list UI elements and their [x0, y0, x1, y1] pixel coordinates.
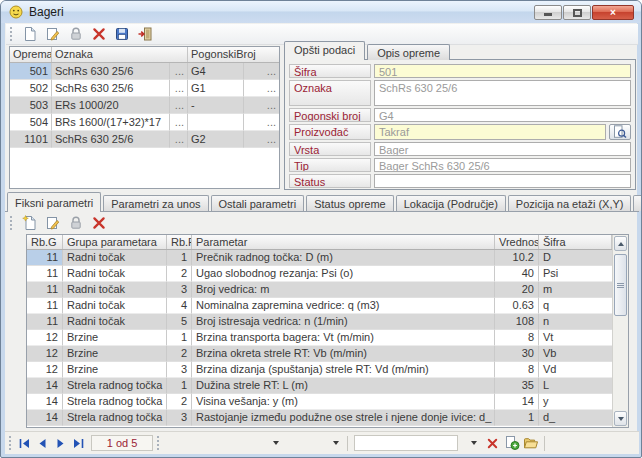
tab-status-opreme[interactable]: Status opreme [306, 195, 394, 211]
parameter-row[interactable]: 11 Radni točak 4 Nominalna zapremina ved… [27, 298, 628, 314]
nav-first-button[interactable] [15, 435, 33, 452]
ellipsis-button[interactable]: ... [244, 63, 279, 80]
equipment-row[interactable]: 501 SchRs 630 25/6 ... G4 ... [10, 63, 279, 80]
parameter-row[interactable]: 12 Brzine 1 Brzina transporta bagera: Vt… [27, 330, 628, 346]
tab-lokacija-podrucje[interactable]: Lokacija (Područje) [396, 195, 506, 211]
vrsta-field[interactable]: Bager [374, 142, 631, 156]
tab-parametri-za-unos[interactable]: Parametri za unos [103, 195, 208, 211]
column-header-oznaka[interactable]: Oznaka [52, 47, 188, 62]
lookup-icon [613, 125, 627, 139]
ellipsis-button[interactable]: ... [170, 97, 188, 114]
parameter-row[interactable]: 14 Strela radnog točka 2 Visina vešanja:… [27, 394, 628, 410]
filter-combo-2[interactable] [287, 435, 343, 451]
column-header-sifra[interactable]: Šifra [539, 235, 612, 249]
tab-planirani-zastoj[interactable]: Planirani zastoj [633, 195, 642, 211]
scrollbar-thumb[interactable] [614, 254, 627, 316]
parameter-row[interactable]: 12 Brzine 3 Brzina dizanja (spuštanja) s… [27, 362, 628, 378]
tab-pozicija-na-etazi[interactable]: Pozicija na etaži (X,Y) [508, 195, 632, 211]
exit-button[interactable] [136, 25, 154, 43]
cell-oprema-id: 503 [10, 97, 52, 114]
parameter-row[interactable]: 12 Brzine 2 Brzina okreta strele RT: Vb … [27, 346, 628, 362]
parameter-row[interactable]: 14 Strela radnog točka 3 Rastojanje izme… [27, 410, 628, 426]
status-field[interactable] [374, 174, 631, 188]
cell-rbp: 3 [167, 410, 192, 426]
column-header-parametar[interactable]: Parametar [192, 235, 495, 249]
column-header-pogonski-broj[interactable]: PogonskiBroj [188, 47, 279, 62]
lock-button[interactable] [67, 25, 85, 43]
nav-next-button[interactable] [51, 435, 69, 452]
delete-param-button[interactable] [90, 214, 108, 232]
equipment-grid-header: OpremaId Oznaka PogonskiBroj [10, 47, 279, 63]
parameter-row[interactable]: 14 Strela radnog točka 1 Dužina strele R… [27, 378, 628, 394]
oznaka-field[interactable]: SchRs 630 25/6 [374, 80, 631, 106]
pogonski-broj-field[interactable]: G4 [374, 108, 631, 122]
toolbar-grip [157, 436, 161, 450]
column-header-grupa[interactable]: Grupa parametara [63, 235, 167, 249]
ellipsis-button[interactable]: ... [170, 114, 188, 131]
ellipsis-button[interactable]: ... [170, 63, 188, 80]
lock-button[interactable] [67, 214, 85, 232]
close-button[interactable]: × [592, 5, 634, 20]
cell-sifra: Vb [539, 346, 612, 362]
cell-oprema-id: 501 [10, 63, 52, 80]
edit-record-button[interactable] [44, 25, 62, 43]
new-record-button[interactable] [21, 25, 39, 43]
edit-param-button[interactable] [44, 214, 62, 232]
search-input[interactable] [354, 435, 458, 451]
ellipsis-button[interactable]: ... [244, 97, 279, 114]
tab-ostali-parametri[interactable]: Ostali parametri [211, 195, 305, 211]
tip-field[interactable]: Bager SchRs 630 25/6 [374, 158, 631, 172]
parameter-row[interactable]: 11 Radni točak 2 Ugao slobodnog rezanja:… [27, 266, 628, 282]
separator [544, 436, 545, 451]
cell-rbg: 12 [27, 362, 63, 378]
filter-combo-1[interactable] [171, 435, 283, 451]
tab-opsti-podaci[interactable]: Opšti podaci [284, 41, 365, 60]
equipment-row[interactable]: 504 BRs 1600/(17+32)*17 ... ... [10, 114, 279, 131]
cell-oprema-id: 1101 [10, 131, 52, 148]
proizvodjac-lookup-button[interactable] [609, 124, 631, 140]
cell-rbp: 5 [167, 314, 192, 330]
equipment-row[interactable]: 502 SchRs 630 25/6 ... G1 ... [10, 80, 279, 97]
sifra-field[interactable]: 501 [374, 64, 631, 78]
proizvodjac-field[interactable]: Takraf [374, 124, 606, 140]
scrollbar-up-button[interactable] [614, 236, 627, 251]
field-label: Proizvođač [289, 124, 371, 140]
clear-filter-button[interactable] [484, 435, 501, 452]
delete-record-button[interactable] [90, 25, 108, 43]
open-folder-button[interactable] [522, 435, 539, 452]
cell-parametar: Brzina okreta strele RT: Vb (m/min) [192, 346, 495, 362]
equipment-row[interactable]: 1101 SchRs 630 25/6 ... G2 ... [10, 131, 279, 148]
ellipsis-button[interactable]: ... [244, 80, 279, 97]
cell-oznaka: SchRs 630 25/6 [52, 131, 170, 148]
field-label: Šifra [289, 64, 371, 78]
scrollbar-down-button[interactable] [614, 411, 627, 426]
column-header-oprema-id[interactable]: OpremaId [10, 47, 52, 62]
minimize-button[interactable] [534, 5, 562, 20]
cell-vrednost: 0.63 [495, 298, 539, 314]
tab-fiksni-parametri[interactable]: Fiksni parametri [7, 192, 101, 212]
parameter-row[interactable]: 11 Radni točak 5 Broj istresaja vedrica:… [27, 314, 628, 330]
parameters-toolbar [6, 213, 638, 233]
nav-prev-button[interactable] [33, 435, 51, 452]
parameter-row[interactable]: 11 Radni točak 3 Broj vedrica: m 20 m [27, 282, 628, 298]
parameters-table-header: Rb.G Grupa parametara Rb.P Parametar Vre… [27, 235, 628, 250]
maximize-button[interactable] [563, 5, 591, 20]
save-button[interactable] [113, 25, 131, 43]
dropdown-button[interactable] [465, 435, 482, 452]
vertical-scrollbar[interactable] [612, 235, 628, 427]
column-header-rbp[interactable]: Rb.P [167, 235, 192, 249]
cell-vrednost: 8 [495, 330, 539, 346]
ellipsis-button[interactable]: ... [170, 80, 188, 97]
ellipsis-button[interactable]: ... [244, 114, 279, 131]
ellipsis-button[interactable]: ... [244, 131, 279, 148]
new-param-button[interactable] [21, 214, 39, 232]
cell-parametar: Brzina dizanja (spuštanja) strele RT: Vd… [192, 362, 495, 378]
parameter-row[interactable]: 11 Radni točak 1 Prečnik radnog točka: D… [27, 250, 628, 266]
equipment-row[interactable]: 503 ERs 1000/20 ... - ... [10, 97, 279, 114]
ellipsis-button[interactable]: ... [170, 131, 188, 148]
tab-opis-opreme[interactable]: Opis opreme [367, 44, 450, 60]
nav-last-button[interactable] [69, 435, 87, 452]
column-header-vrednost[interactable]: Vrednost [495, 235, 539, 249]
column-header-rbg[interactable]: Rb.G [27, 235, 63, 249]
paste-add-button[interactable] [503, 435, 520, 452]
